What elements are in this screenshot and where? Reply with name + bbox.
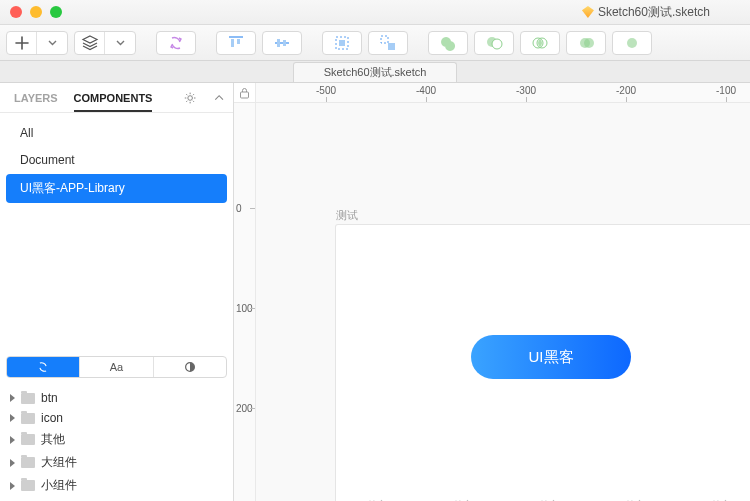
- svg-rect-1: [237, 39, 240, 44]
- boolean-subtract-button[interactable]: [474, 31, 514, 55]
- toolbar: [0, 25, 750, 61]
- window-titlebar: Sketch60测试.sketch: [0, 0, 750, 25]
- folder-label: 小组件: [41, 477, 77, 494]
- svg-rect-7: [388, 43, 395, 50]
- layers-tool-button[interactable]: [74, 31, 136, 55]
- folder-row[interactable]: 大组件: [0, 451, 233, 474]
- sync-tool-button[interactable]: [156, 31, 196, 55]
- folder-row[interactable]: btn: [0, 388, 233, 408]
- window-controls: [10, 6, 62, 18]
- title-text: Sketch60测试.sketch: [598, 4, 710, 21]
- sketch-file-icon: [582, 6, 594, 18]
- folder-label: 大组件: [41, 454, 77, 471]
- artboard[interactable]: UI黑客 热门 热门 热门 热门 热门: [336, 225, 750, 501]
- document-tab[interactable]: Sketch60测试.sketch: [293, 62, 458, 82]
- segment-layer-styles[interactable]: [153, 357, 226, 377]
- align-middle-button[interactable]: [262, 31, 302, 55]
- lock-icon: [239, 87, 250, 99]
- svg-point-9: [492, 39, 502, 49]
- svg-rect-2: [277, 39, 280, 47]
- boolean-union-button[interactable]: [428, 31, 468, 55]
- ruler-origin-lock[interactable]: [234, 83, 256, 103]
- svg-rect-0: [231, 39, 234, 47]
- canvas[interactable]: 测试 UI黑客 热门 热门 热门 热门 热门: [256, 103, 750, 501]
- ruler-tick: 0: [236, 203, 242, 214]
- document-title: Sketch60测试.sketch: [582, 4, 710, 21]
- folder-label: btn: [41, 391, 58, 405]
- boolean-intersect-button[interactable]: [520, 31, 560, 55]
- ungroup-button[interactable]: [368, 31, 408, 55]
- component-type-segment[interactable]: Aa: [6, 356, 227, 378]
- ruler-tick: -500: [316, 85, 336, 96]
- artboard-label[interactable]: 测试: [336, 208, 358, 223]
- svg-rect-3: [283, 40, 286, 46]
- flatten-button[interactable]: [612, 31, 652, 55]
- folder-row[interactable]: 其他: [0, 428, 233, 451]
- ruler-vertical[interactable]: 0 100 200: [234, 103, 256, 501]
- svg-rect-5: [339, 40, 345, 46]
- svg-point-15: [188, 95, 193, 100]
- primary-button-symbol[interactable]: UI黑客: [471, 335, 631, 379]
- svg-rect-6: [381, 36, 388, 43]
- left-sidebar: LAYERS COMPONENTS All Document UI黑客-APP-…: [0, 83, 234, 501]
- boolean-difference-button[interactable]: [566, 31, 606, 55]
- minimize-window-button[interactable]: [30, 6, 42, 18]
- segment-symbols[interactable]: [7, 357, 79, 377]
- folder-label: icon: [41, 411, 63, 425]
- align-top-button[interactable]: [216, 31, 256, 55]
- group-button[interactable]: [322, 31, 362, 55]
- gear-icon[interactable]: [184, 91, 196, 105]
- canvas-area: -500 -400 -300 -200 -100 0 100 200 测试 UI…: [234, 83, 750, 501]
- insert-tool-button[interactable]: [6, 31, 68, 55]
- tab-layers[interactable]: LAYERS: [14, 92, 58, 104]
- filter-library[interactable]: UI黑客-APP-Library: [6, 174, 227, 203]
- svg-point-13: [584, 38, 594, 48]
- collapse-icon[interactable]: [213, 91, 225, 105]
- svg-rect-17: [241, 92, 249, 98]
- chevron-down-icon: [48, 40, 57, 46]
- folder-icon: [21, 393, 35, 404]
- ruler-horizontal[interactable]: -500 -400 -300 -200 -100: [256, 83, 750, 103]
- library-filter-list: All Document UI黑客-APP-Library: [0, 113, 233, 210]
- document-tabs: Sketch60测试.sketch: [0, 61, 750, 83]
- filter-all[interactable]: All: [6, 120, 227, 146]
- tab-components[interactable]: COMPONENTS: [74, 92, 153, 112]
- folder-row[interactable]: 小组件: [0, 474, 233, 497]
- caret-icon: [10, 394, 15, 402]
- svg-point-14: [627, 38, 637, 48]
- segment-text-styles[interactable]: Aa: [79, 357, 152, 377]
- folder-label: 其他: [41, 431, 65, 448]
- ruler-tick: -400: [416, 85, 436, 96]
- close-window-button[interactable]: [10, 6, 22, 18]
- ruler-tick: -100: [716, 85, 736, 96]
- component-tree: btn icon 其他 大组件 小组件: [0, 384, 233, 501]
- ruler-tick: -300: [516, 85, 536, 96]
- folder-row[interactable]: icon: [0, 408, 233, 428]
- ruler-tick: -200: [616, 85, 636, 96]
- zoom-window-button[interactable]: [50, 6, 62, 18]
- filter-document[interactable]: Document: [6, 147, 227, 173]
